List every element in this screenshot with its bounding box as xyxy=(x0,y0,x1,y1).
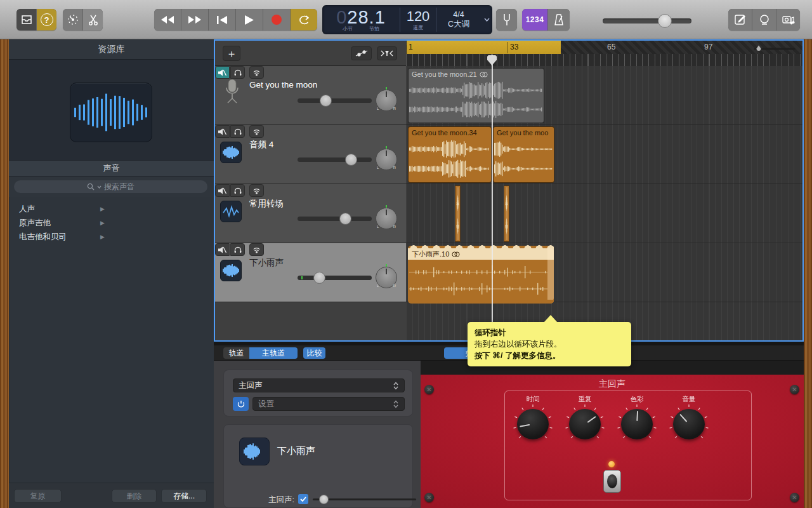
loop-browser-button[interactable] xyxy=(752,9,776,30)
knob-time[interactable]: 时间 xyxy=(513,403,553,444)
revert-button[interactable]: 复原 xyxy=(14,489,62,503)
toolbar: ? xyxy=(0,0,812,39)
mute-button[interactable] xyxy=(215,243,230,256)
track-header-empty-area xyxy=(215,302,406,340)
track-name[interactable]: 音频 4 xyxy=(249,139,273,150)
track-header-2[interactable]: 音频 4 LR xyxy=(215,125,406,184)
loop-pointer-handle[interactable] xyxy=(547,248,554,301)
mute-button[interactable] xyxy=(215,184,230,197)
loop-pointer-tooltip: 循环指针 拖到右边以循环该片段。 按下 ⌘/ 了解更多信息。 xyxy=(468,322,631,366)
track-name[interactable]: 下小雨声 xyxy=(249,257,284,269)
tooltip-title: 循环指针 xyxy=(475,328,506,337)
cycle-region[interactable] xyxy=(407,41,561,54)
transition-track-icon xyxy=(220,201,242,222)
transition-region-1[interactable] xyxy=(455,185,461,242)
metronome-button[interactable] xyxy=(548,9,570,30)
solo-button[interactable] xyxy=(230,66,245,79)
input-monitoring-button[interactable] xyxy=(249,125,264,138)
countin-metronome-group: 1234 xyxy=(522,9,570,30)
track-header-3[interactable]: 常用转场 LR xyxy=(215,184,406,243)
tuning-fork-button[interactable] xyxy=(496,9,517,30)
search-input[interactable]: 搜索声音 xyxy=(14,180,207,193)
forward-button[interactable] xyxy=(181,9,208,30)
solo-button[interactable] xyxy=(230,184,245,197)
audio-region-get-you-the-moon-21[interactable]: Get you the moon.21 xyxy=(408,68,544,123)
rewind-button[interactable] xyxy=(154,9,181,30)
tuning-fork-icon xyxy=(503,13,511,26)
smart-track-name: 下小雨声 xyxy=(277,445,315,457)
solo-button[interactable] xyxy=(230,125,245,138)
disclosure-arrow-icon: ▶ xyxy=(100,206,105,212)
tab-track[interactable]: 轨道 xyxy=(223,347,249,359)
pan-knob[interactable]: LR xyxy=(376,149,397,170)
pan-knob[interactable]: LR xyxy=(376,267,397,288)
timeline-ruler[interactable]: 1 33 65 97 xyxy=(406,41,802,66)
track-name[interactable]: Get you the moon xyxy=(249,80,317,90)
volume-thumb[interactable] xyxy=(339,213,351,225)
echo-slider-thumb[interactable] xyxy=(319,495,329,504)
pan-knob[interactable]: LR xyxy=(376,208,397,229)
sound-category-vocals[interactable]: 人声▶ xyxy=(9,202,111,216)
knob-color[interactable]: 色彩 xyxy=(617,403,657,444)
echo-enable-checkbox[interactable] xyxy=(298,494,308,504)
knob-volume[interactable]: 音量 xyxy=(669,403,709,444)
automation-button[interactable] xyxy=(351,46,372,60)
pan-knob[interactable]: LR xyxy=(376,90,397,111)
project-tray-button[interactable] xyxy=(16,9,36,30)
media-browser-button[interactable] xyxy=(776,9,800,30)
lcd-mode-chevron[interactable] xyxy=(481,5,492,34)
tuner-button[interactable] xyxy=(63,9,82,30)
plugin-select[interactable]: 主回声 xyxy=(233,378,405,392)
count-in-button[interactable]: 1234 xyxy=(522,9,547,30)
echo-send-slider[interactable] xyxy=(313,498,416,500)
mute-button[interactable] xyxy=(215,66,230,79)
track-volume-slider[interactable] xyxy=(298,157,372,162)
catch-playhead-button[interactable] xyxy=(377,46,397,60)
record-button[interactable] xyxy=(263,9,290,30)
knob-repeat[interactable]: 重复 xyxy=(565,403,605,444)
volume-thumb[interactable] xyxy=(658,14,672,28)
volume-thumb[interactable] xyxy=(320,95,332,107)
master-volume-slider[interactable] xyxy=(603,18,691,23)
horizontal-zoom-slider[interactable] xyxy=(754,43,796,51)
tab-master-track[interactable]: 主轨道 xyxy=(249,347,298,359)
lcd-key-section: 4/4 C大调 xyxy=(436,5,481,34)
input-monitoring-button[interactable] xyxy=(249,184,264,197)
track-volume-slider[interactable] xyxy=(298,98,372,103)
playhead-line[interactable] xyxy=(492,55,493,340)
audio-region-get-you-the-moon-34[interactable]: Get you the moon.34 xyxy=(408,126,492,183)
audio-region-rain-loop[interactable]: 下小雨声.10 xyxy=(408,246,554,304)
save-button[interactable]: 存储... xyxy=(161,489,207,503)
volume-thumb[interactable] xyxy=(313,272,325,284)
tooltip-line1: 拖到右边以循环该片段。 xyxy=(475,340,562,349)
track-header-1[interactable]: Get you the moon LR xyxy=(215,66,406,125)
settings-select[interactable]: 设置 xyxy=(252,397,405,411)
input-monitoring-button[interactable] xyxy=(249,66,264,79)
plugin-power-button[interactable] xyxy=(233,397,249,411)
note-pad-button[interactable] xyxy=(728,9,752,30)
volume-thumb[interactable] xyxy=(345,154,357,166)
track-volume-slider[interactable] xyxy=(298,276,372,280)
pedal-toggle-switch[interactable] xyxy=(603,470,621,493)
tab-compare[interactable]: 比较 xyxy=(303,347,325,359)
track-header-4-selected[interactable]: 下小雨声 LR xyxy=(215,243,406,302)
track-volume-slider[interactable] xyxy=(298,217,372,221)
zoom-thumb[interactable] xyxy=(757,46,761,51)
transition-region-2[interactable] xyxy=(504,185,509,242)
go-to-beginning-button[interactable] xyxy=(209,9,235,30)
audio-region-get-you-the-moon-copy[interactable]: Get you the moo xyxy=(493,126,554,183)
input-monitoring-button[interactable] xyxy=(249,243,264,256)
add-track-button[interactable]: ＋ xyxy=(223,46,240,61)
play-button[interactable] xyxy=(236,9,263,30)
pedal-title: 主回声 xyxy=(421,378,804,390)
track-name[interactable]: 常用转场 xyxy=(249,198,284,210)
sound-category-acoustic-guitar[interactable]: 原声吉他▶ xyxy=(9,216,111,230)
solo-button[interactable] xyxy=(230,243,245,256)
lcd-display[interactable]: 028.1 小节节拍 120 速度 4/4 C大调 xyxy=(322,5,492,34)
delete-button[interactable]: 删除 xyxy=(112,489,157,503)
cycle-button[interactable] xyxy=(291,9,317,30)
quick-help-button[interactable]: ? xyxy=(37,9,56,30)
sound-category-electric-guitar-bass[interactable]: 电吉他和贝司▶ xyxy=(9,230,111,244)
cut-button[interactable] xyxy=(83,9,103,30)
mute-button[interactable] xyxy=(215,125,230,138)
